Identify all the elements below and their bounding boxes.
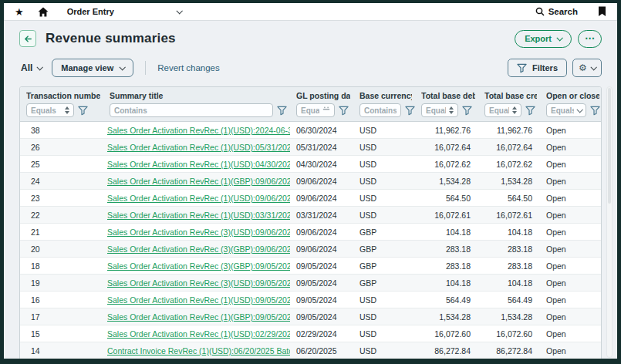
cell-gl-posting-date: 09/06/2024 [290, 190, 353, 207]
summary-title-link[interactable]: Sales Order Activation RevRec (1)(GBP):0… [107, 177, 290, 186]
updown-arrows-icon [512, 106, 517, 114]
total-base-credit-filter-select[interactable]: Equals [484, 103, 521, 117]
table-row: 19 Sales Order Activation RevRec (3)(USD… [20, 275, 602, 292]
application-menu-label: Order Entry [67, 7, 114, 16]
cell-status: Open [540, 173, 602, 190]
cell-summary-title: Sales Order Activation RevRec (1)(USD):0… [103, 156, 290, 173]
cell-base-currency: USD [353, 122, 415, 139]
application-menu[interactable]: Order Entry [67, 7, 181, 16]
filters-button[interactable]: Filters [508, 59, 567, 77]
column-header-summary-title: Summary title Contains [103, 87, 290, 122]
total-base-debit-filter-select[interactable]: Equals [421, 103, 458, 117]
funnel-icon[interactable] [405, 106, 415, 116]
scrollbar-thumb[interactable] [608, 88, 611, 204]
cell-transaction-number: 20 [20, 241, 103, 258]
cell-total-base-credit: 16,072.64 [478, 139, 540, 156]
search-icon [535, 7, 545, 16]
cell-gl-posting-date: 06/20/2025 [290, 342, 353, 359]
search-button[interactable]: Search [535, 7, 578, 16]
cell-status: Open [540, 139, 602, 156]
export-button[interactable]: Export [515, 30, 572, 48]
cell-transaction-number: 17 [20, 308, 103, 325]
summary-title-link[interactable]: Sales Order Activation RevRec (3)(USD):0… [107, 228, 290, 237]
cell-base-currency: USD [353, 207, 415, 224]
table-row: 14 Contract Invoice RevRec (1)(USD):06/2… [20, 342, 602, 359]
cell-total-base-debit: 16,072.64 [415, 139, 478, 156]
funnel-icon[interactable] [525, 106, 535, 116]
funnel-icon[interactable] [590, 106, 600, 116]
summary-title-link[interactable]: Sales Order Activation RevRec (1)(USD):0… [107, 329, 290, 339]
grid-settings-button[interactable]: ⚙ [572, 59, 602, 77]
cell-summary-title: Sales Order Activation RevRec (1)(GBP):0… [103, 308, 290, 325]
view-scope-label: All [21, 62, 32, 73]
summary-title-link[interactable]: Sales Order Activation RevRec (3)(GBP):0… [107, 261, 290, 271]
favorites-star-icon[interactable]: ★ [15, 7, 24, 17]
summary-title-link[interactable]: Sales Order Activation RevRec (1)(USD):0… [107, 194, 290, 203]
home-icon[interactable] [38, 7, 49, 17]
bookmark-icon[interactable] [598, 6, 606, 17]
transaction-number-filter-select[interactable]: Equals [26, 103, 74, 117]
cell-base-currency: GBP [353, 241, 415, 258]
cell-gl-posting-date: 09/06/2024 [290, 241, 353, 258]
cell-total-base-debit: 283.18 [415, 258, 478, 275]
back-button[interactable] [19, 30, 36, 47]
vertical-scrollbar[interactable] [606, 86, 613, 358]
cell-transaction-number: 22 [20, 207, 103, 224]
cell-total-base-credit: 104.18 [478, 224, 540, 241]
table-row: 18 Sales Order Activation RevRec (3)(GBP… [20, 258, 602, 275]
toolbar-divider [145, 61, 146, 75]
manage-view-button[interactable]: Manage view [52, 59, 133, 77]
cell-summary-title: Sales Order Activation RevRec (3)(USD):0… [103, 224, 290, 241]
summary-title-link[interactable]: Sales Order Activation RevRec (1)(USD):2… [107, 126, 290, 135]
cell-status: Open [540, 224, 602, 241]
base-currency-filter-input[interactable]: Contains [359, 103, 401, 117]
cell-total-base-debit: 104.18 [415, 275, 478, 292]
cell-transaction-number: 14 [20, 342, 103, 359]
column-header-transaction-number: Transaction number Equals [20, 87, 103, 122]
summary-title-link[interactable]: Contract Invoice RevRec (1)(USD):06/20/2… [107, 346, 290, 356]
search-label: Search [548, 7, 578, 16]
screenshot-frame: ★ Order Entry Search [0, 0, 621, 364]
summary-title-link[interactable]: Sales Order Activation RevRec (1)(USD):0… [107, 295, 290, 305]
cell-base-currency: USD [353, 156, 415, 173]
cell-gl-posting-date: 09/05/2024 [290, 275, 353, 292]
page-content: Revenue summaries Export ⋯ All [4, 21, 617, 359]
summary-title-filter-input[interactable]: Contains [110, 103, 273, 117]
cell-base-currency: USD [353, 325, 415, 342]
chevron-down-icon [576, 106, 582, 113]
gl-posting-date-filter-input[interactable]: Equa [296, 103, 335, 117]
summary-title-link[interactable]: Sales Order Activation RevRec (1)(GBP):0… [107, 312, 290, 322]
cell-total-base-debit: 16,072.62 [415, 156, 478, 173]
cell-total-base-debit: 283.18 [415, 241, 478, 258]
cell-total-base-credit: 11,962.76 [478, 122, 540, 139]
view-scope-dropdown[interactable]: All [21, 62, 42, 73]
funnel-icon[interactable] [339, 106, 349, 116]
cell-transaction-number: 16 [20, 292, 103, 308]
cell-summary-title: Sales Order Activation RevRec (1)(USD):0… [103, 207, 290, 224]
table-row: 25 Sales Order Activation RevRec (1)(USD… [20, 156, 602, 173]
cell-total-base-credit: 16,072.61 [478, 207, 540, 224]
more-actions-button[interactable]: ⋯ [578, 30, 602, 48]
summary-title-link[interactable]: Sales Order Activation RevRec (1)(USD):0… [107, 160, 290, 169]
open-or-closed-filter-select[interactable]: Equals [546, 103, 586, 117]
table-row: 21 Sales Order Activation RevRec (3)(USD… [20, 224, 602, 241]
cell-total-base-debit: 16,072.60 [415, 325, 478, 342]
summary-title-link[interactable]: Sales Order Activation RevRec (3)(GBP):0… [107, 244, 290, 254]
cell-base-currency: USD [353, 190, 415, 207]
summary-title-link[interactable]: Sales Order Activation RevRec (1)(USD):0… [107, 211, 290, 220]
table-row: 38 Sales Order Activation RevRec (1)(USD… [20, 122, 602, 139]
cell-gl-posting-date: 09/05/2024 [290, 292, 353, 308]
cell-transaction-number: 25 [20, 156, 103, 173]
summary-title-link[interactable]: Sales Order Activation RevRec (3)(USD):0… [107, 278, 290, 288]
funnel-icon[interactable] [78, 106, 88, 116]
table-row: 23 Sales Order Activation RevRec (1)(USD… [20, 190, 602, 207]
cell-base-currency: USD [353, 292, 415, 308]
table-body: 38 Sales Order Activation RevRec (1)(USD… [20, 122, 602, 359]
funnel-icon[interactable] [277, 106, 287, 116]
summary-title-link[interactable]: Sales Order Activation RevRec (1)(USD):0… [107, 143, 290, 152]
cell-gl-posting-date: 09/05/2024 [290, 308, 353, 325]
cell-transaction-number: 38 [20, 122, 103, 139]
revert-changes-link[interactable]: Revert changes [157, 63, 220, 72]
table-row: 26 Sales Order Activation RevRec (1)(USD… [20, 139, 602, 156]
funnel-icon[interactable] [462, 106, 472, 116]
